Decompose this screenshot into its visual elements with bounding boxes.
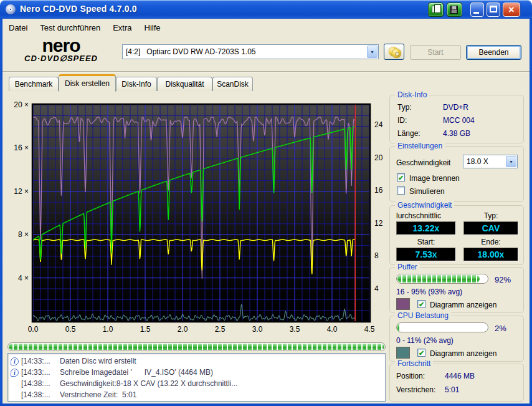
title-bar: Nero CD-DVD Speed 4.7.0.0 × <box>0 0 532 19</box>
buffer-progress-bar <box>396 274 488 284</box>
minimize-button[interactable] <box>470 2 484 17</box>
drive-selector-arrow[interactable]: ▼ <box>367 46 378 58</box>
disk-id-label: ID: <box>397 116 407 125</box>
image-brennen-checkbox[interactable]: ✔ <box>397 173 405 181</box>
log-text: Schreibe Imagedatei ' IV_4.ISO' (4464 MB… <box>60 368 384 377</box>
speed-type-label: Typ: <box>463 211 518 220</box>
right-axis-tick: 8 <box>374 251 379 260</box>
tab-diskqualitaet[interactable]: Diskqualität <box>157 77 212 91</box>
cpu-percent: 2% <box>495 324 506 333</box>
left-axis-tick: 12 × <box>14 187 29 196</box>
x-axis-tick: 4.0 <box>327 325 338 334</box>
cdvdspeed-logo-text: CD·DVD∅SPEED <box>9 54 113 63</box>
total-progress-fill <box>9 344 384 350</box>
disk-info-group: Disk-Info Typ: DVD+R ID: MCC 004 Länge: … <box>389 95 524 143</box>
x-axis-tick: 1.5 <box>140 325 151 334</box>
status-log[interactable]: i [14:33:... Daten Disc wird erstellt i … <box>7 353 386 402</box>
log-text: Daten Disc wird erstellt <box>60 357 384 365</box>
right-axis-tick: 4 <box>374 284 379 293</box>
maximize-button[interactable] <box>487 2 500 17</box>
drive-selector[interactable]: [4:2] Optiarc DVD RW AD-7203S 1.05 ▼ <box>122 44 379 59</box>
close-button[interactable]: × <box>503 2 520 17</box>
avg-speed-display: 13.22x <box>396 221 456 235</box>
buffer-title: Puffer <box>395 263 420 271</box>
tab-benchmark[interactable]: Benchmark <box>9 77 59 91</box>
right-axis-tick: 24 <box>374 120 383 129</box>
x-axis-tick: 3.5 <box>290 325 300 334</box>
left-axis-tick: 8 × <box>18 230 29 239</box>
menu-hilfe[interactable]: Hilfe <box>138 22 167 34</box>
speed-stats-group: Geschwindigkeit lurchschnittlic Typ: 13.… <box>389 205 524 265</box>
right-axis-tick: 12 <box>374 219 383 228</box>
disk-length-value: 4.38 GB <box>443 129 470 138</box>
x-axis-tick: 1.0 <box>103 325 113 334</box>
close-icon: × <box>503 3 520 16</box>
info-icon: i <box>11 369 19 377</box>
tab-disk-info[interactable]: Disk-Info <box>116 77 157 91</box>
x-axis-tick: 0.5 <box>65 325 76 334</box>
buffer-diagramm-checkbox[interactable]: ✔ <box>417 300 425 308</box>
buffer-range: 16 - 95% (93% avg) <box>396 288 462 296</box>
simulieren-checkbox[interactable] <box>397 186 405 195</box>
beenden-button[interactable]: Beenden <box>466 45 521 60</box>
speed-type-display: CAV <box>463 221 518 235</box>
start-button[interactable]: Start <box>410 45 461 60</box>
save-icon <box>450 6 458 14</box>
cpu-progress-bar <box>396 322 488 332</box>
tab-scandisk[interactable]: ScanDisk <box>212 77 253 91</box>
toolbar-divider <box>2 71 530 72</box>
right-axis-tick: 16 <box>374 186 383 195</box>
left-axis-tick: 20 × <box>14 100 29 109</box>
disk-type-value: DVD+R <box>443 103 468 112</box>
cpu-group: CPU Belastung 2% 0 - 11% (2% avg) ✔ Diag… <box>389 316 524 362</box>
disk-id-value: MCC 004 <box>443 116 475 125</box>
cpu-diagramm-label: Diagramm anzeigen <box>430 349 496 358</box>
log-text: Geschwindigkeit:8-18 X CAV (13.22 X durc… <box>60 379 384 388</box>
cpu-color-swatch <box>396 347 410 359</box>
position-label: Position: <box>396 372 425 380</box>
info-icon: i <box>11 357 19 365</box>
copy-graph-button[interactable] <box>428 2 444 17</box>
speed-label: Geschwindigkeit <box>396 158 450 167</box>
drive-selector-value: [4:2] Optiarc DVD RW AD-7203S 1.05 <box>123 47 366 56</box>
x-axis-tick: 3.0 <box>252 325 263 334</box>
menu-extra[interactable]: Extra <box>107 22 138 34</box>
right-axis-tick: 20 <box>374 153 383 162</box>
speed-selector[interactable]: 18.0 X ▼ <box>463 155 518 168</box>
nero-logo-text: nero <box>9 37 113 54</box>
disk-type-label: Typ: <box>397 103 412 112</box>
log-time: [14:38:... <box>21 379 60 388</box>
cpu-diagramm-checkbox[interactable]: ✔ <box>417 349 425 357</box>
total-progress-bar <box>7 342 386 351</box>
x-axis-tick: 0.0 <box>28 325 39 334</box>
x-axis-tick: 2.5 <box>215 325 226 334</box>
copy-icon <box>432 6 437 13</box>
disk-info-title: Disk-Info <box>395 90 429 99</box>
menu-datei[interactable]: Datei <box>2 22 34 34</box>
minimize-icon <box>473 12 479 14</box>
log-row: i [14:38:... Geschwindigkeit:8-18 X CAV … <box>9 378 384 389</box>
image-brennen-label: Image brennen <box>409 174 460 183</box>
buffer-color-swatch <box>396 298 410 310</box>
position-value: 4446 MB <box>445 372 475 380</box>
speed-selector-value: 18.0 X <box>463 157 505 166</box>
eject-disc-button[interactable] <box>384 44 404 60</box>
avg-speed-label: lurchschnittlic <box>396 211 441 220</box>
chart-area: 20 ×16 ×12 ×8 ×4 ×24201612840.00.51.01.5… <box>6 97 387 341</box>
save-graph-button[interactable] <box>447 2 462 17</box>
disc-icon-2 <box>392 49 401 58</box>
elapsed-label: Verstrichen: <box>396 385 435 394</box>
settings-title: Einstellungen <box>395 142 445 150</box>
speed-selector-arrow[interactable]: ▼ <box>506 156 516 167</box>
window-border-bottom <box>0 404 532 406</box>
maximize-icon <box>490 6 497 12</box>
x-axis-tick: 2.0 <box>178 325 188 334</box>
write-speed-chart: 20 ×16 ×12 ×8 ×4 ×24201612840.00.51.01.5… <box>6 97 387 341</box>
elapsed-value: 5:01 <box>445 385 459 394</box>
log-text: Verstrichene Zeit: 5:01 <box>60 390 384 399</box>
log-time: [14:33:... <box>21 368 60 377</box>
tab-disk-erstellen[interactable]: Disk erstellen <box>59 74 116 92</box>
menu-test-durchfuehren[interactable]: Test durchführen <box>34 22 107 34</box>
window-border-left <box>0 19 2 406</box>
end-speed-label: Ende: <box>463 238 518 246</box>
